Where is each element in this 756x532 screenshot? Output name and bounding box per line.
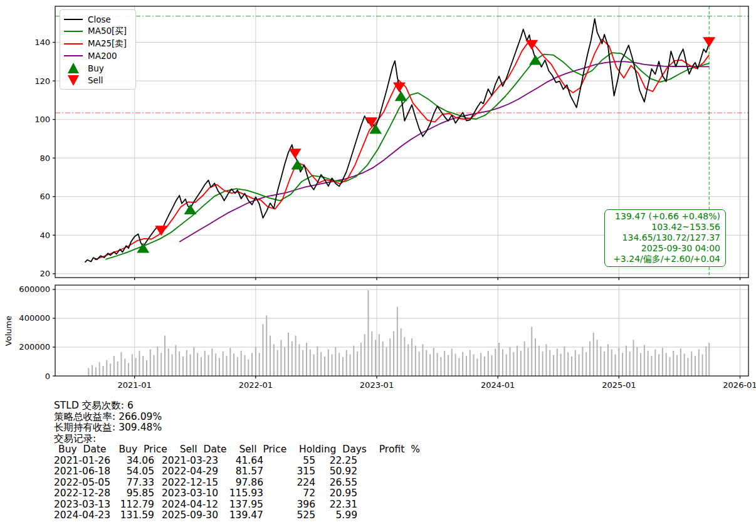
volume-bar — [422, 344, 423, 376]
volume-bar — [244, 355, 245, 376]
volume-bar — [684, 353, 685, 376]
annotation-date-line: 2025-09-30 04:00 — [610, 243, 720, 254]
volume-bar — [407, 344, 409, 376]
trade-table: 2021-01-2634.062021-03-2341.645522.25202… — [54, 456, 420, 521]
volume-bar — [120, 352, 122, 376]
trade-cell: 2023-03-13 — [54, 499, 111, 511]
volume-bar — [498, 343, 500, 376]
volume-bar — [553, 355, 554, 376]
volume-bar — [371, 331, 372, 376]
volume-bar — [386, 347, 387, 376]
volume-bar — [636, 347, 638, 376]
volume-bar — [513, 352, 514, 376]
volume-bar — [695, 356, 696, 376]
volume-bar — [168, 348, 169, 376]
volume-bar — [629, 352, 631, 376]
trade-cell: 22.31 — [315, 499, 357, 511]
stat-strategy-return: 策略总收益率: 266.09% — [54, 412, 420, 423]
trade-row: 2023-03-13112.792024-04-12137.9539622.31 — [54, 499, 420, 511]
volume-bar — [502, 349, 503, 376]
volume-bar — [662, 348, 663, 376]
price-ytick-label: 40 — [39, 231, 50, 240]
volume-bar — [135, 358, 137, 376]
volume-bar — [128, 363, 129, 376]
volume-bar — [451, 348, 453, 376]
legend-label: MA200 — [88, 51, 117, 61]
volume-bar — [444, 351, 445, 376]
trade-cell: 26.55 — [315, 477, 357, 489]
volume-bar — [211, 348, 213, 376]
buy-triangle-icon — [64, 63, 83, 73]
trade-cell: 2021-03-23 — [154, 456, 224, 467]
trade-cell: 54.05 — [111, 466, 154, 477]
trade-row: 2024-04-23131.592025-09-30139.475255.99 — [54, 510, 420, 521]
trade-cell: 97.86 — [224, 477, 263, 489]
volume-bar — [353, 346, 354, 376]
price-ytick-label: 120 — [34, 76, 50, 86]
legend-label: Buy — [88, 63, 104, 73]
volume-bar — [375, 340, 376, 376]
volume-bar — [270, 336, 271, 376]
volume-bar — [495, 348, 496, 376]
volume-bar — [277, 350, 278, 376]
trade-cell: 396 — [263, 499, 315, 511]
volume-bar — [317, 347, 318, 376]
trade-cell: 2024-04-23 — [54, 510, 111, 521]
volume-bar — [328, 349, 329, 376]
volume-bar — [644, 345, 645, 376]
volume-bar — [622, 353, 623, 376]
volume-bar — [615, 354, 616, 376]
volume-bar — [335, 347, 336, 376]
volume-bar — [437, 353, 438, 376]
volume-bar — [506, 354, 507, 376]
price-ytick-label: 60 — [39, 192, 50, 201]
legend-item-ma25: MA25[卖] — [64, 38, 130, 50]
volume-ytick-label: 400000 — [19, 313, 50, 323]
volume-bar — [357, 352, 358, 376]
volume-bar — [488, 351, 489, 376]
trade-summary: STLD 交易次数: 6 策略总收益率: 266.09% 长期持有收益: 309… — [54, 400, 420, 521]
volume-bar — [298, 344, 300, 376]
trade-cell: 315 — [263, 466, 315, 477]
trade-cell: 131.59 — [111, 510, 154, 521]
volume-bar — [146, 360, 147, 376]
volume-bar — [223, 352, 224, 376]
volume-bar — [673, 351, 674, 376]
volume-bar — [113, 356, 115, 376]
volume-bar — [633, 340, 634, 376]
volume-bar — [175, 345, 176, 376]
volume-bar — [575, 350, 576, 376]
volume-bar — [241, 351, 242, 376]
volume-bar — [154, 355, 155, 376]
buy-marker — [395, 91, 407, 101]
volume-bar — [332, 354, 333, 376]
volume-bar — [186, 350, 187, 376]
volume-bar — [160, 353, 162, 376]
trade-cell: 2022-12-15 — [154, 477, 224, 489]
volume-bar — [669, 357, 670, 376]
volume-bar — [448, 355, 449, 376]
legend-item-ma50: MA50[买] — [64, 26, 130, 38]
volume-bar — [597, 340, 598, 376]
volume-bar — [640, 353, 641, 376]
volume-bar — [379, 334, 380, 376]
volume-ytick-label: 600000 — [19, 284, 50, 294]
volume-bar — [579, 354, 580, 376]
trade-cell: 95.85 — [111, 488, 154, 499]
volume-bar — [92, 365, 93, 376]
volume-bar — [560, 353, 562, 376]
volume-bar — [545, 344, 547, 376]
volume-bar — [535, 338, 536, 376]
annotation-ma-line: 134.65/130.72/127.37 — [610, 232, 720, 243]
legend-label: Close — [88, 14, 111, 24]
trade-cell: 5.99 — [315, 510, 357, 521]
volume-bar — [226, 356, 228, 376]
volume-bar — [618, 348, 619, 376]
volume-bar — [404, 337, 405, 376]
trade-cell: 112.79 — [111, 499, 154, 511]
price-ytick-label: 20 — [39, 269, 50, 278]
buy-marker — [184, 204, 197, 214]
buy-marker — [529, 55, 542, 65]
price-ytick-label: 140 — [34, 38, 50, 47]
volume-bar — [364, 334, 365, 376]
